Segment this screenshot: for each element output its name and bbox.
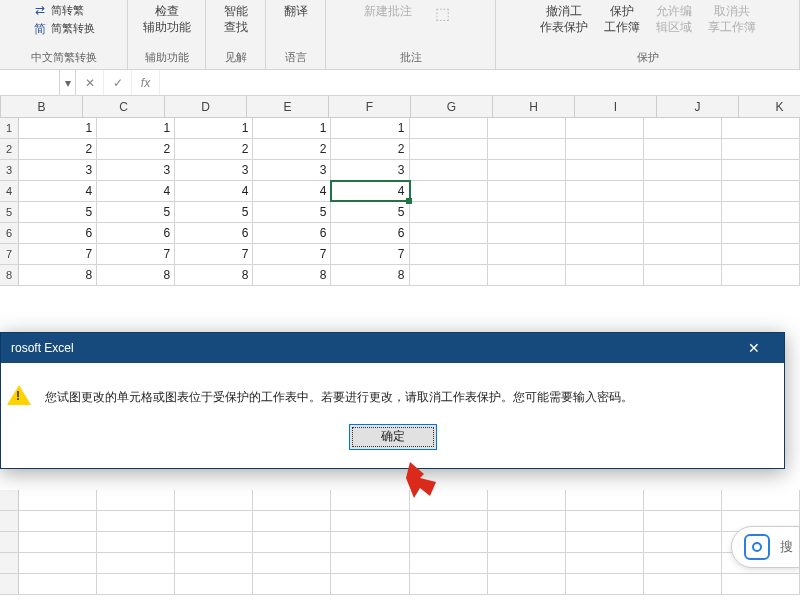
cell[interactable] xyxy=(488,118,566,138)
cell[interactable] xyxy=(566,118,644,138)
cell[interactable] xyxy=(97,511,175,531)
cell[interactable]: 1 xyxy=(175,118,253,138)
cell[interactable]: 3 xyxy=(175,160,253,180)
column-header[interactable]: B xyxy=(1,96,83,117)
cell[interactable] xyxy=(644,139,722,159)
cell[interactable] xyxy=(566,511,644,531)
cell[interactable]: 7 xyxy=(253,244,331,264)
cell[interactable] xyxy=(488,139,566,159)
confirm-edit-button[interactable]: ✓ xyxy=(104,70,132,95)
cell[interactable] xyxy=(488,265,566,285)
btn-jianfan-convert[interactable]: 简 简繁转换 xyxy=(29,20,99,37)
cell[interactable] xyxy=(644,553,722,573)
row-header[interactable] xyxy=(0,553,19,573)
cancel-edit-button[interactable]: ✕ xyxy=(76,70,104,95)
column-header[interactable]: H xyxy=(493,96,575,117)
cell[interactable] xyxy=(488,553,566,573)
cell[interactable] xyxy=(410,532,488,552)
cell[interactable]: 4 xyxy=(331,181,409,201)
cell[interactable] xyxy=(97,490,175,510)
cell[interactable]: 2 xyxy=(253,139,331,159)
row-header[interactable] xyxy=(0,511,19,531)
insert-function-button[interactable]: fx xyxy=(132,70,160,95)
cell[interactable] xyxy=(566,532,644,552)
cell[interactable] xyxy=(566,244,644,264)
cell[interactable] xyxy=(566,160,644,180)
cell[interactable]: 5 xyxy=(175,202,253,222)
cell[interactable] xyxy=(644,490,722,510)
btn-unprotect-sheet[interactable]: 撤消工 作表保护 xyxy=(536,2,592,37)
cell[interactable] xyxy=(253,490,331,510)
column-header[interactable]: F xyxy=(329,96,411,117)
cell[interactable] xyxy=(722,118,800,138)
cell[interactable] xyxy=(19,574,97,594)
cell[interactable] xyxy=(722,223,800,243)
name-box[interactable] xyxy=(0,70,60,95)
cell[interactable] xyxy=(722,139,800,159)
cell[interactable] xyxy=(410,265,488,285)
row-header[interactable]: 3 xyxy=(0,160,19,180)
cell[interactable] xyxy=(488,202,566,222)
cell[interactable] xyxy=(19,511,97,531)
cell[interactable] xyxy=(97,532,175,552)
cell[interactable]: 4 xyxy=(175,181,253,201)
cell[interactable] xyxy=(488,160,566,180)
grid[interactable]: 1111112222223333334444445555556666667777… xyxy=(0,118,800,286)
cell[interactable]: 5 xyxy=(19,202,97,222)
cell[interactable]: 8 xyxy=(97,265,175,285)
cell[interactable] xyxy=(19,532,97,552)
cell[interactable] xyxy=(488,532,566,552)
cell[interactable] xyxy=(566,490,644,510)
cell[interactable] xyxy=(253,574,331,594)
btn-smart-lookup[interactable]: 智能 查找 xyxy=(217,2,255,37)
cell[interactable] xyxy=(175,490,253,510)
cell[interactable]: 6 xyxy=(97,223,175,243)
column-header[interactable]: E xyxy=(247,96,329,117)
btn-translate[interactable]: 翻译 xyxy=(277,2,315,22)
cell[interactable] xyxy=(566,181,644,201)
cell[interactable] xyxy=(644,265,722,285)
name-box-dropdown[interactable]: ▾ xyxy=(60,70,76,95)
cell[interactable] xyxy=(175,511,253,531)
column-header[interactable]: D xyxy=(165,96,247,117)
cell[interactable] xyxy=(253,511,331,531)
column-header[interactable]: K xyxy=(739,96,800,117)
cell[interactable] xyxy=(410,511,488,531)
row-header[interactable]: 1 xyxy=(0,118,19,138)
cell[interactable]: 4 xyxy=(19,181,97,201)
cell[interactable]: 8 xyxy=(175,265,253,285)
cell[interactable]: 6 xyxy=(19,223,97,243)
ok-button[interactable]: 确定 xyxy=(349,424,437,450)
cell[interactable]: 7 xyxy=(19,244,97,264)
cell[interactable] xyxy=(644,118,722,138)
grid-lower[interactable] xyxy=(0,490,800,595)
cell[interactable] xyxy=(410,574,488,594)
cell[interactable] xyxy=(566,139,644,159)
cell[interactable]: 4 xyxy=(253,181,331,201)
row-header[interactable]: 7 xyxy=(0,244,19,264)
btn-check-accessibility[interactable]: 检查 辅助功能 xyxy=(139,2,195,37)
cell[interactable]: 5 xyxy=(97,202,175,222)
cell[interactable] xyxy=(253,553,331,573)
cell[interactable]: 4 xyxy=(97,181,175,201)
btn-protect-workbook[interactable]: 保护 工作簿 xyxy=(600,2,644,37)
cell[interactable] xyxy=(488,574,566,594)
cell[interactable] xyxy=(488,244,566,264)
cell[interactable] xyxy=(722,265,800,285)
cell[interactable] xyxy=(410,244,488,264)
cell[interactable] xyxy=(566,553,644,573)
floating-search-pill[interactable]: 搜 xyxy=(731,526,800,568)
cell[interactable] xyxy=(644,202,722,222)
cell[interactable] xyxy=(331,511,409,531)
cell[interactable] xyxy=(722,490,800,510)
cell[interactable] xyxy=(331,532,409,552)
cell[interactable]: 3 xyxy=(331,160,409,180)
column-header[interactable]: J xyxy=(657,96,739,117)
row-header[interactable]: 5 xyxy=(0,202,19,222)
cell[interactable] xyxy=(175,574,253,594)
cell[interactable] xyxy=(566,202,644,222)
cell[interactable] xyxy=(410,223,488,243)
cell[interactable] xyxy=(488,490,566,510)
cell[interactable] xyxy=(331,490,409,510)
cell[interactable] xyxy=(644,574,722,594)
